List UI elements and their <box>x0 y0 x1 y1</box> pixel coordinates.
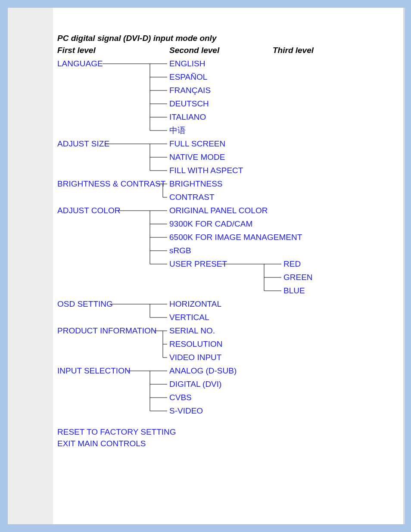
mode-title: PC digital signal (DVI-D) input mode onl… <box>57 34 399 43</box>
size-native-mode: NATIVE MODE <box>169 152 225 162</box>
menu-exit: EXIT MAIN CONTROLS <box>57 439 146 448</box>
input-digital: DIGITAL (DVI) <box>169 380 221 389</box>
column-headers: First level Second level Third level <box>57 46 399 56</box>
info-resolution: RESOLUTION <box>169 339 223 348</box>
bc-contrast: CONTRAST <box>169 193 215 202</box>
color-srgb: sRGB <box>169 246 191 255</box>
language-chinese: 中语 <box>169 126 186 135</box>
language-espanol: ESPAÑOL <box>169 72 207 81</box>
color-original: ORIGINAL PANEL COLOR <box>169 206 268 215</box>
menu-product-information: PRODUCT INFORMATION <box>57 326 156 335</box>
color-6500k: 6500K FOR IMAGE MANAGEMENT <box>169 233 302 242</box>
language-italiano: ITALIANO <box>169 112 206 121</box>
menu-reset: RESET TO FACTORY SETTING <box>57 427 176 436</box>
language-english: ENGLISH <box>169 59 205 68</box>
menu-osd-setting: OSD SETTING <box>57 299 113 308</box>
preset-green: GREEN <box>283 273 313 282</box>
bc-brightness: BRIGHTNESS <box>169 179 223 188</box>
input-analog: ANALOG (D-SUB) <box>169 366 237 375</box>
menu-language: LANGUAGE <box>57 59 103 68</box>
language-deutsch: DEUTSCH <box>169 99 209 108</box>
menu-input-selection: INPUT SELECTION <box>57 366 131 375</box>
info-serial: SERIAL NO. <box>169 326 215 335</box>
language-francais: FRANÇAIS <box>169 86 211 95</box>
menu-brightness-contrast: BRIGHTNESS & CONTRAST <box>57 179 166 188</box>
page-content: PC digital signal (DVI-D) input mode onl… <box>53 8 403 524</box>
menu-tree-diagram: LANGUAGE ENGLISH ESPAÑOL FRANÇAIS DEUTSC… <box>57 58 398 467</box>
osd-vertical: VERTICAL <box>169 313 209 322</box>
color-user-preset: USER PRESET <box>169 259 227 268</box>
header-second-level: Second level <box>169 46 219 55</box>
menu-adjust-size: ADJUST SIZE <box>57 139 109 148</box>
info-video-input: VIDEO INPUT <box>169 353 222 362</box>
size-fill-aspect: FILL WITH ASPECT <box>169 166 243 175</box>
preset-red: RED <box>283 259 301 268</box>
left-margin <box>8 8 53 524</box>
menu-adjust-color: ADJUST COLOR <box>57 206 120 215</box>
size-full-screen: FULL SCREEN <box>169 139 225 148</box>
input-svideo: S-VIDEO <box>169 406 203 415</box>
input-cvbs: CVBS <box>169 393 192 402</box>
document-frame: PC digital signal (DVI-D) input mode onl… <box>8 8 405 524</box>
header-third-level: Third level <box>273 46 314 55</box>
header-first-level: First level <box>57 46 96 55</box>
preset-blue: BLUE <box>283 286 305 295</box>
color-9300k: 9300K FOR CAD/CAM <box>169 219 252 228</box>
osd-horizontal: HORIZONTAL <box>169 299 221 308</box>
